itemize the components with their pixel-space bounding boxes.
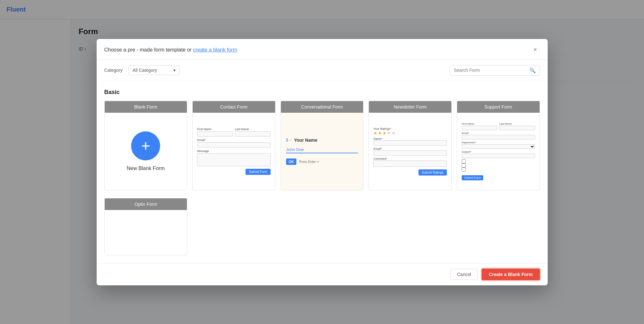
support-checkbox3 — [462, 167, 466, 172]
support-subject-input — [462, 154, 535, 158]
second-row-templates: Optin Form — [104, 198, 540, 255]
conv-step: 2→ — [286, 138, 292, 142]
conversational-preview: 2→ Your Name OK Press Enter ↵ — [281, 116, 363, 187]
template-card-conversational[interactable]: Conversational Form 2→ Your Name OK Pres… — [281, 101, 364, 190]
modal-close-button[interactable]: × — [531, 45, 540, 54]
template-card-header-contact: Contact Form — [193, 101, 275, 113]
template-card-body-support: First Name Last Name Email* — [457, 113, 540, 190]
support-lastname-label: Last Name — [499, 122, 535, 125]
support-firstname-label: First Name — [462, 122, 497, 125]
template-card-header-optin: Optin Form — [105, 198, 187, 210]
contact-message-label: Message — [197, 149, 271, 153]
contact-form-preview: First Name Last Name Email* — [197, 128, 271, 175]
support-email-label: Email* — [462, 132, 535, 135]
support-checkbox1 — [462, 159, 466, 163]
newsletter-comment-label: Comment* — [373, 157, 387, 160]
template-card-body-optin — [105, 210, 187, 255]
contact-message-textarea — [197, 153, 271, 166]
contact-email-label: Email* — [197, 138, 271, 142]
template-card-header-blank: Blank Form — [105, 101, 187, 113]
support-lastname-input — [499, 126, 535, 130]
support-department-label: Department* — [462, 141, 535, 144]
support-department-select — [462, 144, 535, 149]
cancel-button[interactable]: Cancel — [450, 269, 478, 280]
contact-lastname-input — [235, 131, 271, 137]
newsletter-name-input — [373, 140, 447, 146]
contact-firstname-label: First Name — [197, 128, 233, 131]
template-card-header-conv: Conversational Form — [281, 101, 363, 113]
template-card-optin[interactable]: Optin Form — [104, 198, 187, 255]
modal-title-text: Choose a pre - made form template or — [104, 47, 192, 52]
support-form-preview: First Name Last Name Email* — [462, 122, 535, 180]
conv-ok-btn: OK — [286, 158, 297, 165]
newsletter-submit-btn: Submit Ratings — [418, 169, 447, 176]
newsletter-comment-input — [373, 160, 447, 167]
create-blank-form-button[interactable]: Create a Blank Form — [482, 269, 540, 280]
basic-templates-grid: Blank Form + New Blank Form Contact Form… — [104, 101, 540, 190]
support-submit-btn: Submit Form — [462, 175, 484, 180]
template-card-contact[interactable]: Contact Form First Name Last Name — [192, 101, 275, 190]
contact-firstname-input — [197, 131, 233, 137]
template-card-newsletter[interactable]: Newsletter Form Your Ratings* ★★★★★ Name… — [369, 101, 452, 190]
conv-ok-row: OK Press Enter ↵ — [286, 158, 358, 165]
template-card-support[interactable]: Support Form First Name Last Name — [457, 101, 540, 190]
template-card-header-newsletter: Newsletter Form — [369, 101, 451, 113]
category-value: All Category — [132, 68, 157, 73]
stars-display: ★★★★★ — [373, 130, 447, 136]
contact-submit-btn: Submit Form — [245, 169, 270, 175]
template-card-body-contact: First Name Last Name Email* — [193, 113, 275, 190]
support-email-input — [462, 135, 535, 139]
support-firstname-input — [462, 126, 497, 130]
conv-question: Your Name — [294, 138, 317, 143]
chevron-down-icon: ▾ — [173, 68, 176, 73]
create-blank-link[interactable]: create a blank form — [193, 47, 237, 52]
search-box[interactable]: 🔍 — [450, 65, 540, 76]
form-template-modal: Choose a pre - made form template or cre… — [97, 39, 548, 285]
search-input[interactable] — [454, 68, 527, 73]
template-card-header-support: Support Form — [457, 101, 540, 113]
newsletter-name-label: Name* — [373, 137, 382, 140]
search-icon: 🔍 — [529, 67, 536, 73]
modal-body: Basic Blank Form + New Blank Form Contac… — [97, 81, 548, 263]
template-card-blank[interactable]: Blank Form + New Blank Form — [104, 101, 187, 190]
newsletter-email-label: Email* — [373, 147, 382, 150]
template-card-body-blank: + New Blank Form — [105, 113, 187, 190]
conv-input — [286, 147, 358, 153]
modal-overlay: Choose a pre - made form template or cre… — [0, 0, 644, 324]
template-card-body-conv: 2→ Your Name OK Press Enter ↵ — [281, 113, 363, 190]
category-dropdown[interactable]: All Category ▾ — [128, 65, 180, 75]
newsletter-form-preview: Your Ratings* ★★★★★ Name* Email* — [373, 127, 447, 176]
blank-form-label: New Blank Form — [127, 166, 165, 171]
support-subject-label: Subject* — [462, 150, 535, 153]
support-checkbox2 — [462, 163, 466, 167]
conv-enter-hint: Press Enter ↵ — [299, 160, 319, 164]
newsletter-email-input — [373, 150, 447, 156]
newsletter-ratings-label: Your Ratings* — [373, 127, 391, 130]
modal-title: Choose a pre - made form template or cre… — [104, 47, 237, 53]
modal-header: Choose a pre - made form template or cre… — [97, 39, 548, 60]
contact-email-input — [197, 142, 271, 148]
modal-footer: Cancel Create a Blank Form — [97, 263, 548, 285]
blank-form-plus-icon: + — [131, 131, 160, 160]
section-basic-title: Basic — [104, 89, 540, 96]
template-card-body-newsletter: Your Ratings* ★★★★★ Name* Email* — [369, 113, 451, 190]
category-label: Category — [104, 68, 123, 73]
contact-lastname-label: Last Name — [235, 128, 271, 131]
modal-toolbar: Category All Category ▾ 🔍 — [97, 60, 548, 81]
